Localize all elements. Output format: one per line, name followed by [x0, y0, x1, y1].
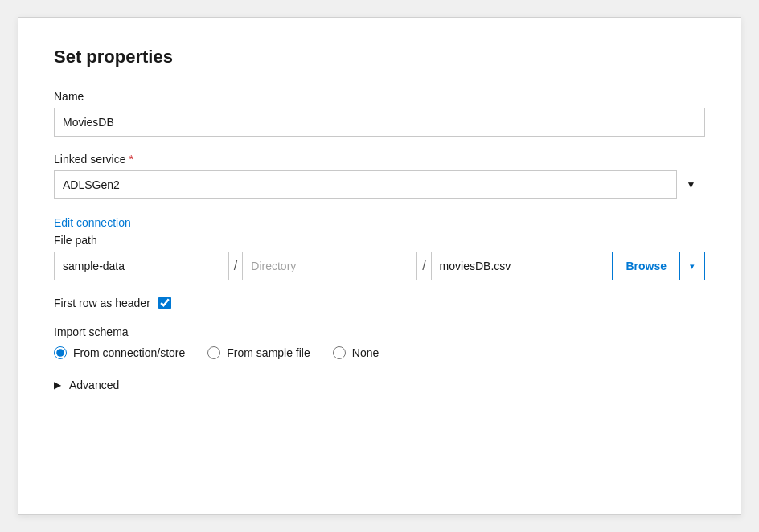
import-schema-radio-group: From connection/store From sample file N…: [54, 346, 705, 359]
radio-option-connection[interactable]: From connection/store: [54, 346, 185, 359]
import-schema-label: Import schema: [54, 325, 705, 338]
name-field-group: Name: [54, 90, 705, 137]
set-properties-panel: Set properties Name Linked service * ADL…: [18, 17, 741, 515]
file-path-group: File path / / Browse ▾: [54, 234, 705, 280]
browse-button-wrapper: Browse ▾: [612, 252, 705, 280]
name-input[interactable]: [54, 108, 705, 137]
browse-button[interactable]: Browse: [612, 252, 679, 280]
linked-service-label: Linked service *: [54, 153, 705, 166]
radio-option-sample-file[interactable]: From sample file: [207, 346, 310, 359]
browse-chevron-icon: ▾: [690, 261, 695, 272]
radio-input-none[interactable]: [333, 346, 346, 359]
first-row-header-row: First row as header: [54, 297, 705, 309]
file-path-segment3[interactable]: [431, 252, 606, 280]
edit-connection-link[interactable]: Edit connection: [54, 216, 131, 229]
file-path-label: File path: [54, 234, 705, 247]
linked-service-field-group: Linked service * ADLSGen2 ▼: [54, 153, 705, 199]
radio-input-sample-file[interactable]: [207, 346, 220, 359]
linked-service-select-wrapper: ADLSGen2 ▼: [54, 170, 705, 199]
radio-label-sample-file: From sample file: [227, 346, 310, 359]
file-path-row: / / Browse ▾: [54, 252, 705, 280]
first-row-header-label: First row as header: [54, 297, 150, 309]
required-indicator: *: [129, 153, 133, 166]
file-path-segment2[interactable]: [242, 252, 417, 280]
panel-title: Set properties: [54, 47, 705, 68]
import-schema-section: Import schema From connection/store From…: [54, 325, 705, 359]
radio-option-none[interactable]: None: [333, 346, 379, 359]
browse-dropdown-button[interactable]: ▾: [679, 252, 705, 280]
advanced-label: Advanced: [69, 379, 119, 391]
radio-label-none: None: [352, 346, 379, 359]
file-path-segment1[interactable]: [54, 252, 229, 280]
file-path-separator1: /: [229, 259, 242, 273]
advanced-arrow-icon: ▶: [54, 379, 61, 391]
advanced-section[interactable]: ▶ Advanced: [54, 379, 705, 391]
radio-label-connection: From connection/store: [73, 346, 185, 359]
name-label: Name: [54, 90, 705, 103]
file-path-separator2: /: [417, 259, 430, 273]
radio-input-connection[interactable]: [54, 346, 67, 359]
first-row-header-checkbox[interactable]: [158, 297, 171, 309]
linked-service-select[interactable]: ADLSGen2: [54, 170, 705, 199]
